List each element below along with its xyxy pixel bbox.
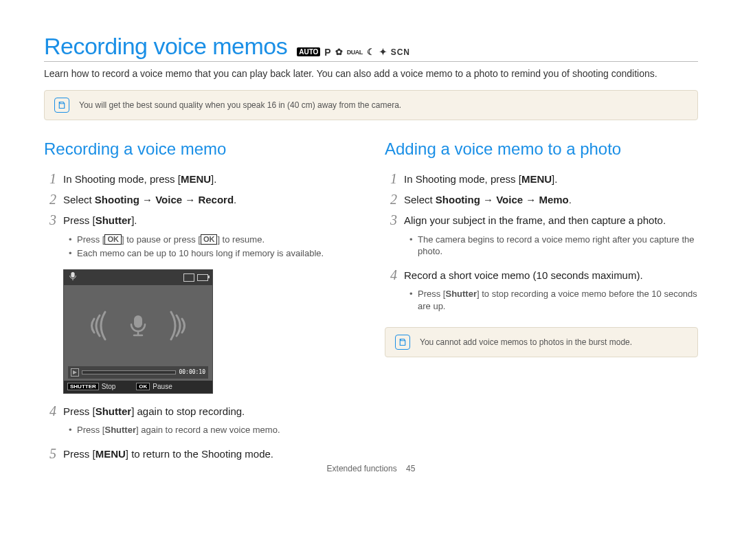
mode-auto-icon: AUTO — [297, 47, 320, 56]
step-text: In Shooting mode, press [MENU]. — [404, 171, 698, 186]
step-number: 4 — [44, 403, 56, 418]
note-bottom: You cannot add voice memos to photos in … — [385, 327, 698, 357]
step-number: 3 — [44, 212, 56, 227]
step-number: 5 — [44, 446, 56, 461]
mode-scn-icon: SCN — [391, 47, 410, 57]
pause-label: Pause — [153, 383, 172, 390]
right-step-2: 2 Select Shooting → Voice → Memo. — [385, 192, 698, 207]
t: ]. — [552, 173, 557, 185]
t: ] to return to the Shooting mode. — [126, 448, 273, 460]
left-step-5: 5 Press [MENU] to return to the Shooting… — [44, 446, 357, 461]
columns: Recording a voice memo 1 In Shooting mod… — [44, 139, 698, 467]
card-icon — [183, 273, 194, 282]
step-text: Select Shooting → Voice → Record. — [63, 192, 357, 207]
sound-waves-left-icon — [85, 305, 112, 346]
step-number: 3 — [385, 212, 397, 227]
lcd-body — [64, 285, 212, 366]
svg-rect-1 — [134, 315, 142, 328]
t: ] to resume. — [217, 234, 265, 245]
list-item: Press [Shutter] again to record a new vo… — [69, 424, 357, 436]
note-top-text: You will get the best sound quality when… — [79, 100, 401, 110]
left-step-3: 3 Press [Shutter]. — [44, 212, 357, 227]
list-item: Press [Shutter] to stop recording a voic… — [409, 288, 698, 312]
shutter-kbd: SHUTTER — [67, 383, 99, 390]
step-text: In Shooting mode, press [MENU]. — [63, 171, 357, 186]
step-text: Record a short voice memo (10 seconds ma… — [404, 267, 698, 282]
intro-text: Learn how to record a voice memo that yo… — [44, 67, 698, 80]
t: . — [569, 194, 572, 205]
menu-path: Shooting → Voice → Record — [95, 194, 234, 205]
stop-label: Stop — [102, 383, 116, 390]
t: Press [ — [418, 289, 445, 299]
left-column: Recording a voice memo 1 In Shooting mod… — [44, 139, 357, 467]
t: Press [ — [77, 425, 104, 435]
lcd-preview: 00:00:10 SHUTTER Stop OK Pause — [63, 269, 213, 394]
battery-icon — [197, 274, 208, 281]
right-step4-sub: Press [Shutter] to stop recording a voic… — [409, 288, 698, 312]
play-icon — [71, 368, 79, 377]
t: In Shooting mode, press [ — [63, 173, 181, 185]
elapsed-time: 00:00:10 — [179, 369, 205, 375]
step-text: Press [Shutter] again to stop recording. — [63, 403, 357, 418]
t: Press [ — [63, 448, 95, 460]
mode-beauty-icon: ✦ — [379, 47, 387, 57]
mode-icons: AUTO P ✿ DUAL ☾ ✦ SCN — [297, 47, 410, 58]
list-item: Each memo can be up to 10 hours long if … — [69, 247, 357, 260]
note-icon — [395, 335, 410, 350]
menu-kbd: MENU — [521, 173, 552, 185]
t: In Shooting mode, press [ — [404, 173, 521, 185]
left-step-4: 4 Press [Shutter] again to stop recordin… — [44, 403, 357, 418]
t: Press [ — [63, 405, 95, 417]
ok-kbd: OK — [104, 234, 122, 245]
mode-dual-icon: DUAL — [347, 49, 363, 56]
right-step3-sub: The camera begins to record a voice memo… — [409, 234, 698, 258]
shutter-kbd: Shutter — [95, 405, 132, 417]
left-heading: Recording a voice memo — [44, 139, 357, 159]
microphone-icon — [126, 313, 150, 338]
shutter-kbd: Shutter — [104, 425, 136, 435]
note-bottom-text: You cannot add voice memos to photos in … — [420, 337, 632, 347]
right-heading: Adding a voice memo to a photo — [385, 139, 698, 159]
step-text: Press [Shutter]. — [63, 212, 357, 227]
left-step3-sub: Press [OK] to pause or press [OK] to res… — [69, 234, 357, 260]
note-top: You will get the best sound quality when… — [44, 90, 698, 120]
ok-kbd: OK — [136, 383, 150, 390]
footer-section: Extended functions — [327, 464, 397, 473]
mode-smart-icon: ✿ — [335, 47, 343, 57]
t: ]. — [211, 173, 216, 185]
step-text: Select Shooting → Voice → Memo. — [404, 192, 698, 207]
right-step-3: 3 Align your subject in the frame, and t… — [385, 212, 698, 227]
lcd-right-icons — [183, 273, 208, 282]
title-row: Recording voice memos AUTO P ✿ DUAL ☾ ✦ … — [44, 33, 698, 62]
t: Select — [404, 194, 436, 205]
manual-page: Recording voice memos AUTO P ✿ DUAL ☾ ✦ … — [0, 0, 742, 487]
menu-kbd: MENU — [181, 173, 211, 185]
right-step-4: 4 Record a short voice memo (10 seconds … — [385, 267, 698, 282]
list-item: The camera begins to record a voice memo… — [409, 234, 698, 258]
t: Select — [63, 194, 95, 205]
list-item: Press [OK] to pause or press [OK] to res… — [69, 234, 357, 246]
t: ]. — [131, 214, 137, 226]
shutter-kbd: Shutter — [95, 214, 132, 226]
svg-rect-0 — [71, 272, 74, 278]
menu-kbd: MENU — [95, 448, 126, 460]
note-icon — [54, 98, 69, 113]
shutter-kbd: Shutter — [445, 289, 477, 299]
step-number: 2 — [44, 192, 56, 207]
right-step-1: 1 In Shooting mode, press [MENU]. — [385, 171, 698, 186]
t: Press [ — [77, 234, 104, 245]
step-number: 1 — [44, 171, 56, 186]
page-title: Recording voice memos — [44, 33, 287, 60]
left-step4-sub: Press [Shutter] again to record a new vo… — [69, 424, 357, 436]
stop-hint: SHUTTER Stop — [64, 381, 119, 393]
t: ] to pause or press [ — [122, 234, 201, 245]
page-footer: Extended functions 45 — [0, 464, 742, 473]
step-number: 2 — [385, 192, 397, 207]
pause-hint: OK Pause — [133, 381, 175, 393]
t: ] again to record a new voice memo. — [136, 425, 280, 435]
mode-p-icon: P — [324, 47, 330, 58]
footer-page-number: 45 — [406, 464, 415, 473]
step-number: 1 — [385, 171, 397, 186]
menu-path: Shooting → Voice → Memo — [436, 194, 569, 205]
progress-bar — [82, 370, 176, 374]
